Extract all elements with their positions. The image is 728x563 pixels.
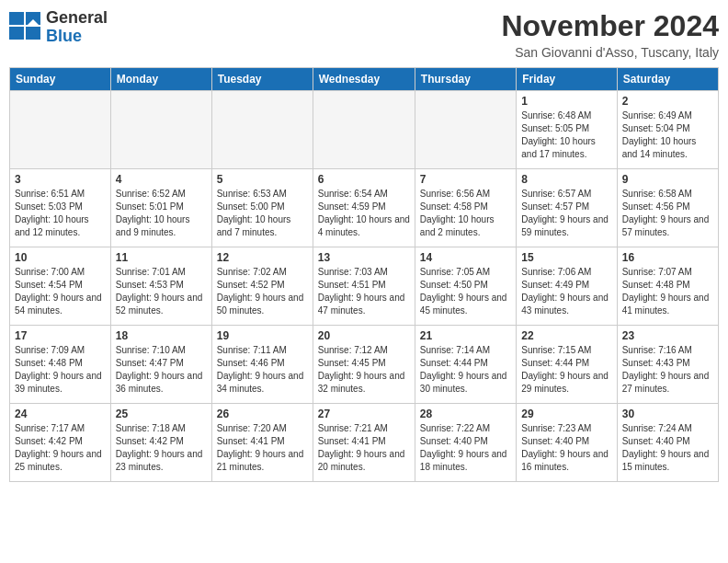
- day-info: Sunrise: 6:51 AM Sunset: 5:03 PM Dayligh…: [15, 188, 106, 239]
- day-number: 18: [116, 329, 207, 342]
- day-number: 28: [420, 408, 511, 420]
- day-number: 15: [521, 251, 611, 264]
- day-cell: 18Sunrise: 7:10 AM Sunset: 4:47 PM Dayli…: [110, 326, 211, 404]
- day-number: 25: [116, 408, 207, 420]
- day-info: Sunrise: 6:49 AM Sunset: 5:04 PM Dayligh…: [622, 109, 713, 161]
- day-cell: 5Sunrise: 6:53 AM Sunset: 5:00 PM Daylig…: [211, 169, 313, 247]
- col-header-wednesday: Wednesday: [313, 68, 415, 91]
- day-info: Sunrise: 7:17 AM Sunset: 4:42 PM Dayligh…: [15, 422, 106, 474]
- day-number: 14: [420, 251, 511, 264]
- day-cell: [313, 91, 415, 169]
- day-cell: 10Sunrise: 7:00 AM Sunset: 4:54 PM Dayli…: [10, 247, 111, 326]
- day-cell: 9Sunrise: 6:58 AM Sunset: 4:56 PM Daylig…: [617, 169, 718, 247]
- day-cell: 2Sunrise: 6:49 AM Sunset: 5:04 PM Daylig…: [617, 91, 718, 169]
- day-info: Sunrise: 7:11 AM Sunset: 4:46 PM Dayligh…: [217, 344, 308, 396]
- col-header-thursday: Thursday: [415, 68, 516, 91]
- calendar: SundayMondayTuesdayWednesdayThursdayFrid…: [9, 67, 719, 482]
- day-cell: 25Sunrise: 7:18 AM Sunset: 4:42 PM Dayli…: [110, 404, 211, 482]
- day-info: Sunrise: 7:16 AM Sunset: 4:43 PM Dayligh…: [622, 344, 713, 396]
- day-cell: 14Sunrise: 7:05 AM Sunset: 4:50 PM Dayli…: [415, 247, 516, 326]
- day-cell: [415, 91, 516, 169]
- day-info: Sunrise: 7:01 AM Sunset: 4:53 PM Dayligh…: [116, 266, 207, 317]
- day-cell: 22Sunrise: 7:15 AM Sunset: 4:44 PM Dayli…: [517, 326, 617, 404]
- day-info: Sunrise: 7:23 AM Sunset: 4:40 PM Dayligh…: [521, 422, 611, 474]
- col-header-saturday: Saturday: [617, 68, 718, 91]
- day-number: 20: [318, 329, 410, 342]
- day-number: 17: [15, 329, 106, 342]
- header-row: SundayMondayTuesdayWednesdayThursdayFrid…: [10, 68, 719, 91]
- day-info: Sunrise: 7:05 AM Sunset: 4:50 PM Dayligh…: [420, 266, 511, 317]
- day-info: Sunrise: 7:02 AM Sunset: 4:52 PM Dayligh…: [217, 266, 308, 317]
- day-info: Sunrise: 6:54 AM Sunset: 4:59 PM Dayligh…: [318, 188, 410, 239]
- day-info: Sunrise: 7:09 AM Sunset: 4:48 PM Dayligh…: [15, 344, 106, 396]
- day-number: 8: [521, 173, 611, 186]
- day-info: Sunrise: 7:03 AM Sunset: 4:51 PM Dayligh…: [318, 266, 410, 317]
- day-info: Sunrise: 7:10 AM Sunset: 4:47 PM Dayligh…: [116, 344, 207, 396]
- day-number: 12: [217, 251, 308, 264]
- day-cell: 20Sunrise: 7:12 AM Sunset: 4:45 PM Dayli…: [313, 326, 415, 404]
- day-info: Sunrise: 6:53 AM Sunset: 5:00 PM Dayligh…: [217, 188, 308, 239]
- day-number: 7: [420, 173, 511, 186]
- day-cell: 15Sunrise: 7:06 AM Sunset: 4:49 PM Dayli…: [517, 247, 617, 326]
- day-info: Sunrise: 6:56 AM Sunset: 4:58 PM Dayligh…: [420, 188, 511, 239]
- day-number: 19: [217, 329, 308, 342]
- day-number: 11: [116, 251, 207, 264]
- day-cell: 17Sunrise: 7:09 AM Sunset: 4:48 PM Dayli…: [10, 326, 111, 404]
- header: General Blue November 2024 San Giovanni …: [9, 9, 719, 60]
- col-header-monday: Monday: [110, 68, 211, 91]
- day-number: 13: [318, 251, 410, 264]
- day-info: Sunrise: 6:57 AM Sunset: 4:57 PM Dayligh…: [521, 188, 611, 239]
- day-info: Sunrise: 7:00 AM Sunset: 4:54 PM Dayligh…: [15, 266, 106, 317]
- day-info: Sunrise: 7:18 AM Sunset: 4:42 PM Dayligh…: [116, 422, 207, 474]
- col-header-tuesday: Tuesday: [211, 68, 313, 91]
- col-header-friday: Friday: [517, 68, 617, 91]
- day-cell: 13Sunrise: 7:03 AM Sunset: 4:51 PM Dayli…: [313, 247, 415, 326]
- logo-general: General: [46, 8, 108, 27]
- week-row-3: 17Sunrise: 7:09 AM Sunset: 4:48 PM Dayli…: [10, 326, 719, 404]
- week-row-4: 24Sunrise: 7:17 AM Sunset: 4:42 PM Dayli…: [10, 404, 719, 482]
- svg-rect-1: [9, 27, 24, 40]
- day-cell: [10, 91, 111, 169]
- day-cell: 21Sunrise: 7:14 AM Sunset: 4:44 PM Dayli…: [415, 326, 516, 404]
- week-row-2: 10Sunrise: 7:00 AM Sunset: 4:54 PM Dayli…: [10, 247, 719, 326]
- col-header-sunday: Sunday: [10, 68, 111, 91]
- month-title: November 2024: [501, 9, 719, 43]
- day-cell: 4Sunrise: 6:52 AM Sunset: 5:01 PM Daylig…: [110, 169, 211, 247]
- day-cell: 11Sunrise: 7:01 AM Sunset: 4:53 PM Dayli…: [110, 247, 211, 326]
- day-info: Sunrise: 6:52 AM Sunset: 5:01 PM Dayligh…: [116, 188, 207, 239]
- day-cell: [110, 91, 211, 169]
- logo-text: General Blue: [46, 9, 108, 46]
- day-cell: 3Sunrise: 6:51 AM Sunset: 5:03 PM Daylig…: [10, 169, 111, 247]
- logo: General Blue: [9, 9, 108, 46]
- day-info: Sunrise: 7:06 AM Sunset: 4:49 PM Dayligh…: [521, 266, 611, 317]
- day-number: 5: [217, 173, 308, 186]
- day-number: 22: [521, 329, 611, 342]
- day-info: Sunrise: 6:48 AM Sunset: 5:05 PM Dayligh…: [521, 109, 611, 161]
- week-row-0: 1Sunrise: 6:48 AM Sunset: 5:05 PM Daylig…: [10, 91, 719, 169]
- day-info: Sunrise: 7:22 AM Sunset: 4:40 PM Dayligh…: [420, 422, 511, 474]
- location: San Giovanni d'Asso, Tuscany, Italy: [501, 45, 719, 60]
- day-info: Sunrise: 7:14 AM Sunset: 4:44 PM Dayligh…: [420, 344, 511, 396]
- day-number: 2: [622, 95, 713, 108]
- day-number: 23: [622, 329, 713, 342]
- day-number: 26: [217, 408, 308, 420]
- logo-icon: [9, 12, 42, 40]
- day-number: 27: [318, 408, 410, 420]
- day-number: 9: [622, 173, 713, 186]
- day-cell: 26Sunrise: 7:20 AM Sunset: 4:41 PM Dayli…: [211, 404, 313, 482]
- day-number: 3: [15, 173, 106, 186]
- day-number: 4: [116, 173, 207, 186]
- day-number: 10: [15, 251, 106, 264]
- day-cell: 27Sunrise: 7:21 AM Sunset: 4:41 PM Dayli…: [313, 404, 415, 482]
- week-row-1: 3Sunrise: 6:51 AM Sunset: 5:03 PM Daylig…: [10, 169, 719, 247]
- day-cell: 30Sunrise: 7:24 AM Sunset: 4:40 PM Dayli…: [617, 404, 718, 482]
- day-info: Sunrise: 6:58 AM Sunset: 4:56 PM Dayligh…: [622, 188, 713, 239]
- day-cell: 8Sunrise: 6:57 AM Sunset: 4:57 PM Daylig…: [517, 169, 617, 247]
- title-block: November 2024 San Giovanni d'Asso, Tusca…: [501, 9, 719, 60]
- day-cell: 19Sunrise: 7:11 AM Sunset: 4:46 PM Dayli…: [211, 326, 313, 404]
- day-info: Sunrise: 7:15 AM Sunset: 4:44 PM Dayligh…: [521, 344, 611, 396]
- day-number: 30: [622, 408, 713, 420]
- svg-marker-3: [26, 27, 40, 40]
- day-cell: 24Sunrise: 7:17 AM Sunset: 4:42 PM Dayli…: [10, 404, 111, 482]
- day-number: 24: [15, 408, 106, 420]
